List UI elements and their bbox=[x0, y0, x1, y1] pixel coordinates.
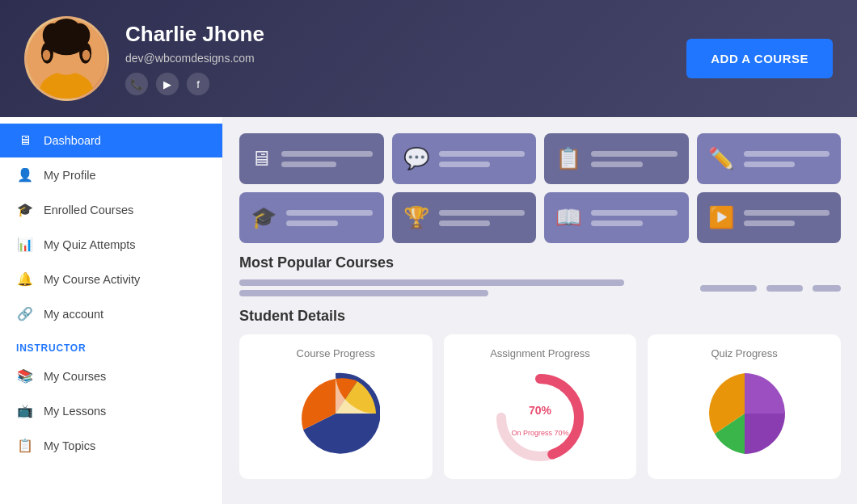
stat-lines-1 bbox=[281, 151, 373, 167]
meta-bar-1a bbox=[700, 285, 757, 292]
sidebar-label-topics: My Topics bbox=[44, 439, 95, 452]
stat-lines-6 bbox=[439, 210, 526, 226]
stat-lines-5 bbox=[286, 210, 373, 226]
stat-icon-7: 📖 bbox=[555, 205, 581, 230]
popular-courses-row-1 bbox=[239, 279, 841, 296]
whatsapp-icon[interactable]: 📞 bbox=[125, 73, 148, 95]
sidebar-item-dashboard[interactable]: 🖥 Dashboard bbox=[0, 124, 222, 158]
stat-icon-1: 🖥 bbox=[251, 146, 272, 171]
stat-lines-quiz bbox=[439, 151, 526, 167]
avatar bbox=[24, 16, 109, 101]
quiz-progress-title: Quiz Progress bbox=[711, 347, 777, 359]
stat-line bbox=[591, 210, 678, 216]
meta-bar-1c bbox=[813, 285, 841, 292]
stat-line-short bbox=[439, 220, 491, 226]
stat-lines-3 bbox=[591, 151, 678, 167]
svg-point-9 bbox=[43, 50, 50, 61]
content-area: 🖥 💬 📋 ✏️ bbox=[223, 117, 857, 504]
popular-meta-1 bbox=[700, 285, 841, 292]
stat-line bbox=[281, 151, 373, 157]
stat-line bbox=[439, 210, 526, 216]
svg-text:70%: 70% bbox=[529, 404, 552, 417]
stat-icon-3: 📋 bbox=[555, 146, 581, 171]
profile-icon: 👤 bbox=[16, 167, 34, 183]
meta-item-1a bbox=[700, 285, 757, 292]
stat-line-short bbox=[286, 220, 338, 226]
stat-line-short bbox=[439, 162, 491, 167]
sidebar-label-activity: My Course Activity bbox=[44, 273, 140, 286]
youtube-icon[interactable]: ▶ bbox=[156, 73, 179, 95]
stat-line-short bbox=[591, 220, 643, 226]
sidebar-item-enrolled-courses[interactable]: 🎓 Enrolled Courses bbox=[0, 192, 222, 227]
stat-card-quiz[interactable]: 💬 bbox=[392, 133, 537, 184]
stat-card-4[interactable]: ✏️ bbox=[697, 133, 842, 184]
social-links: 📞 ▶ f bbox=[125, 73, 264, 95]
sidebar-item-my-lessons[interactable]: 📺 My Lessons bbox=[0, 393, 222, 428]
sidebar-label-profile: My Profile bbox=[44, 169, 95, 182]
sidebar-item-my-account[interactable]: 🔗 My account bbox=[0, 296, 222, 331]
enrolled-icon: 🎓 bbox=[16, 202, 34, 217]
stat-icon-8: ▶️ bbox=[708, 205, 734, 230]
svg-text:On Progress 70%: On Progress 70% bbox=[511, 429, 568, 437]
stat-icon-5: 🎓 bbox=[251, 205, 277, 230]
stat-card-5[interactable]: 🎓 bbox=[239, 192, 384, 243]
stat-icon-4: ✏️ bbox=[708, 146, 734, 171]
stat-icon-quiz: 💬 bbox=[403, 146, 429, 171]
user-email: dev@wbcomdesigns.com bbox=[125, 52, 264, 65]
lessons-icon: 📺 bbox=[16, 403, 34, 418]
stat-line-short bbox=[744, 220, 796, 226]
instructor-label: INSTRUCTOR bbox=[0, 331, 222, 359]
stat-card-7[interactable]: 📖 bbox=[544, 192, 689, 243]
quiz-progress-card: Quiz Progress bbox=[648, 334, 841, 479]
dashboard-icon: 🖥 bbox=[16, 133, 34, 148]
sidebar: 🖥 Dashboard 👤 My Profile 🎓 Enrolled Cour… bbox=[0, 117, 223, 504]
assignment-progress-chart: 70% On Progress 70% bbox=[492, 369, 589, 466]
stat-card-6[interactable]: 🏆 bbox=[392, 192, 537, 243]
activity-icon: 🔔 bbox=[16, 271, 34, 287]
header-info: Charlie Jhone dev@wbcomdesigns.com 📞 ▶ f bbox=[125, 22, 264, 95]
sidebar-item-my-profile[interactable]: 👤 My Profile bbox=[0, 158, 222, 192]
stat-line-short bbox=[744, 162, 796, 167]
main-layout: 🖥 Dashboard 👤 My Profile 🎓 Enrolled Cour… bbox=[0, 117, 857, 504]
topics-icon: 📋 bbox=[16, 438, 34, 453]
sidebar-label-account: My account bbox=[44, 308, 103, 321]
course-progress-card: Course Progress bbox=[239, 334, 433, 479]
header: Charlie Jhone dev@wbcomdesigns.com 📞 ▶ f… bbox=[0, 0, 857, 117]
popular-bar-1a bbox=[239, 279, 624, 286]
stat-card-8[interactable]: ▶️ bbox=[697, 192, 842, 243]
account-icon: 🔗 bbox=[16, 306, 34, 321]
courses-icon: 📚 bbox=[16, 368, 34, 384]
sidebar-item-my-topics[interactable]: 📋 My Topics bbox=[0, 428, 222, 463]
stat-icon-6: 🏆 bbox=[403, 205, 429, 230]
add-course-button[interactable]: ADD A COURSE bbox=[686, 39, 833, 78]
charts-grid: Course Progress Assignment bbox=[239, 334, 841, 479]
meta-item-1c bbox=[813, 285, 841, 292]
quiz-progress-chart bbox=[700, 369, 789, 458]
sidebar-label-enrolled: Enrolled Courses bbox=[44, 204, 133, 216]
course-progress-title: Course Progress bbox=[297, 347, 376, 359]
stat-lines-8 bbox=[744, 210, 830, 226]
sidebar-item-my-courses[interactable]: 📚 My Courses bbox=[0, 359, 222, 393]
stat-line bbox=[286, 210, 373, 216]
sidebar-label-dashboard: Dashboard bbox=[44, 134, 101, 147]
facebook-icon[interactable]: f bbox=[187, 73, 209, 95]
stat-card-1[interactable]: 🖥 bbox=[239, 133, 384, 184]
quiz-icon: 📊 bbox=[16, 237, 34, 252]
stat-line-short bbox=[591, 162, 643, 167]
popular-bar-group-1 bbox=[239, 279, 692, 296]
assignment-progress-title: Assignment Progress bbox=[490, 347, 590, 359]
stat-lines-7 bbox=[591, 210, 678, 226]
sidebar-item-course-activity[interactable]: 🔔 My Course Activity bbox=[0, 262, 222, 296]
assignment-progress-card: Assignment Progress 70% On Progress 70% bbox=[444, 334, 637, 479]
sidebar-label-courses: My Courses bbox=[44, 370, 106, 383]
stat-lines-4 bbox=[744, 151, 830, 167]
popular-bar-1b bbox=[239, 290, 488, 296]
svg-point-6 bbox=[53, 19, 80, 40]
sidebar-item-quiz-attempts[interactable]: 📊 My Quiz Attempts bbox=[0, 227, 222, 262]
meta-bar-1b bbox=[766, 285, 803, 292]
stat-line-short bbox=[281, 162, 336, 167]
user-name: Charlie Jhone bbox=[125, 22, 264, 47]
stats-grid: 🖥 💬 📋 ✏️ bbox=[239, 133, 841, 243]
stat-line bbox=[439, 151, 526, 157]
stat-card-3[interactable]: 📋 bbox=[544, 133, 689, 184]
